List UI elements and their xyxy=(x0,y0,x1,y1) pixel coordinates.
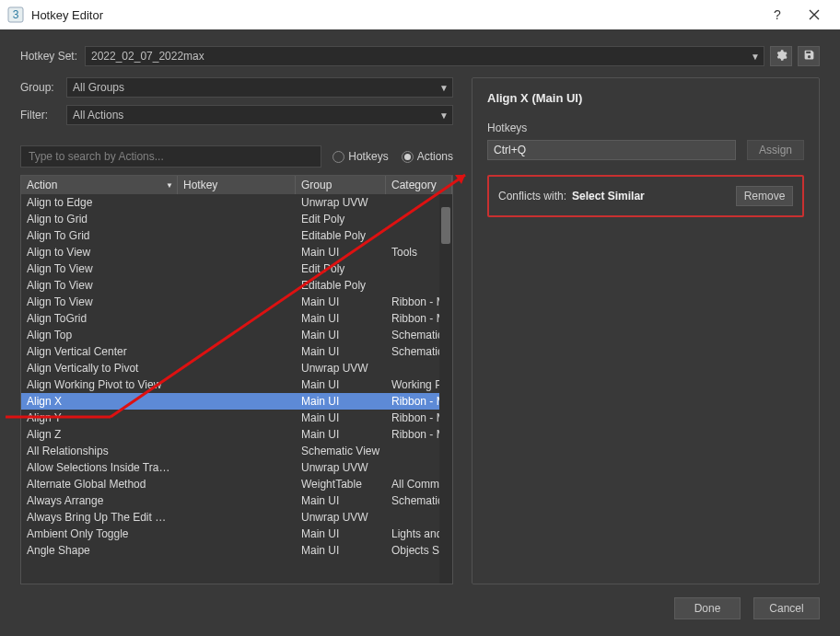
radio-actions[interactable] xyxy=(402,151,414,163)
table-row[interactable]: Align Vertical CenterMain UISchematic xyxy=(21,343,452,360)
table-row[interactable]: Align To GridEditable Poly xyxy=(21,227,452,244)
chevron-down-icon: ▼ xyxy=(751,52,760,62)
search-input[interactable] xyxy=(20,145,321,168)
window-title: Hotkey Editor xyxy=(31,8,103,22)
table-row[interactable]: Align to ViewMain UITools xyxy=(21,244,452,260)
actions-table: Action▼ Hotkey Group Category Align to E… xyxy=(20,175,453,584)
group-label: Group: xyxy=(20,81,66,94)
svg-text:3: 3 xyxy=(13,8,19,21)
table-row[interactable]: Align To ViewEdit Poly xyxy=(21,260,452,277)
hotkey-set-label: Hotkey Set: xyxy=(20,50,85,63)
table-row[interactable]: Align To ViewEditable Poly xyxy=(21,277,452,294)
radio-actions-label: Actions xyxy=(417,150,453,163)
table-row[interactable]: Allow Selections Inside Tranform ...Unwr… xyxy=(21,459,452,476)
table-row[interactable]: Align to GridEdit Poly xyxy=(21,211,452,227)
save-icon xyxy=(803,49,815,64)
hotkeys-label: Hotkeys xyxy=(487,121,804,134)
filter-value: All Actions xyxy=(73,109,123,121)
gear-icon xyxy=(775,49,788,64)
table-row[interactable]: Align XMain UIRibbon - M xyxy=(21,393,452,410)
hotkey-set-select[interactable]: 2022_02_07_2022max ▼ xyxy=(85,46,764,66)
group-select[interactable]: All Groups ▼ xyxy=(66,77,453,98)
hotkey-input[interactable] xyxy=(487,140,736,160)
hotkey-set-value: 2022_02_07_2022max xyxy=(91,50,204,63)
conflict-label: Conflicts with: xyxy=(498,190,566,202)
table-row[interactable]: Angle ShapeMain UIObjects Sl xyxy=(21,542,452,559)
table-row[interactable]: Align TopMain UISchematic xyxy=(21,327,452,343)
done-button[interactable]: Done xyxy=(674,597,741,619)
chevron-down-icon: ▼ xyxy=(439,83,449,93)
table-row[interactable]: Align Vertically to PivotUnwrap UVW xyxy=(21,360,452,376)
group-value: All Groups xyxy=(73,81,124,94)
filter-select[interactable]: All Actions ▼ xyxy=(66,105,453,125)
conflict-box: Conflicts with: Select Similar Remove xyxy=(487,175,804,217)
scrollbar-thumb[interactable] xyxy=(441,207,450,244)
settings-button[interactable] xyxy=(770,46,792,66)
table-header: Action▼ Hotkey Group Category xyxy=(21,176,452,194)
close-icon[interactable] xyxy=(796,0,833,29)
left-panel: Group: All Groups ▼ Filter: All Actions … xyxy=(20,77,453,584)
radio-hotkeys[interactable] xyxy=(332,151,344,163)
radio-hotkeys-label: Hotkeys xyxy=(348,150,388,163)
table-row[interactable]: Always ArrangeMain UISchematic xyxy=(21,492,452,509)
th-action[interactable]: Action▼ xyxy=(21,176,178,194)
table-row[interactable]: Align to EdgeUnwrap UVW xyxy=(21,194,452,211)
table-row[interactable]: Ambient Only ToggleMain UILights and xyxy=(21,526,452,542)
dialog-footer: Done Cancel xyxy=(20,597,820,619)
table-row[interactable]: Align To ViewMain UIRibbon - M xyxy=(21,294,452,310)
table-row[interactable]: Alternate Global MethodWeightTableAll Co… xyxy=(21,476,452,492)
filter-label: Filter: xyxy=(20,109,66,121)
app-icon: 3 xyxy=(7,6,24,23)
titlebar: 3 Hotkey Editor ? xyxy=(0,0,840,29)
hotkey-set-row: Hotkey Set: 2022_02_07_2022max ▼ xyxy=(20,46,820,66)
table-row[interactable]: Align ZMain UIRibbon - M xyxy=(21,426,452,443)
table-row[interactable]: Align YMain UIRibbon - M xyxy=(21,410,452,426)
details-panel: Align X (Main UI) Hotkeys Assign Conflic… xyxy=(472,77,820,584)
table-row[interactable]: Align ToGridMain UIRibbon - M xyxy=(21,310,452,327)
remove-button[interactable]: Remove xyxy=(736,186,793,206)
help-icon[interactable]: ? xyxy=(759,0,796,29)
th-hotkey[interactable]: Hotkey xyxy=(178,176,296,194)
table-row[interactable]: Always Bring Up The Edit WindowUnwrap UV… xyxy=(21,509,452,526)
th-group[interactable]: Group xyxy=(296,176,386,194)
table-body[interactable]: Align to EdgeUnwrap UVWAlign to GridEdit… xyxy=(21,194,452,584)
vertical-scrollbar[interactable] xyxy=(439,194,452,584)
cancel-button[interactable]: Cancel xyxy=(753,597,820,619)
save-button[interactable] xyxy=(798,46,820,66)
details-title: Align X (Main UI) xyxy=(487,91,804,105)
table-row[interactable]: Align Working Pivot to ViewMain UIWorkin… xyxy=(21,376,452,393)
conflict-action: Select Similar xyxy=(572,190,730,202)
chevron-down-icon: ▼ xyxy=(439,110,449,121)
table-row[interactable]: All RelationshipsSchematic View xyxy=(21,443,452,459)
dialog-body: Hotkey Set: 2022_02_07_2022max ▼ Group: … xyxy=(0,29,840,636)
assign-button[interactable]: Assign xyxy=(747,140,804,160)
th-category[interactable]: Category xyxy=(386,176,452,194)
